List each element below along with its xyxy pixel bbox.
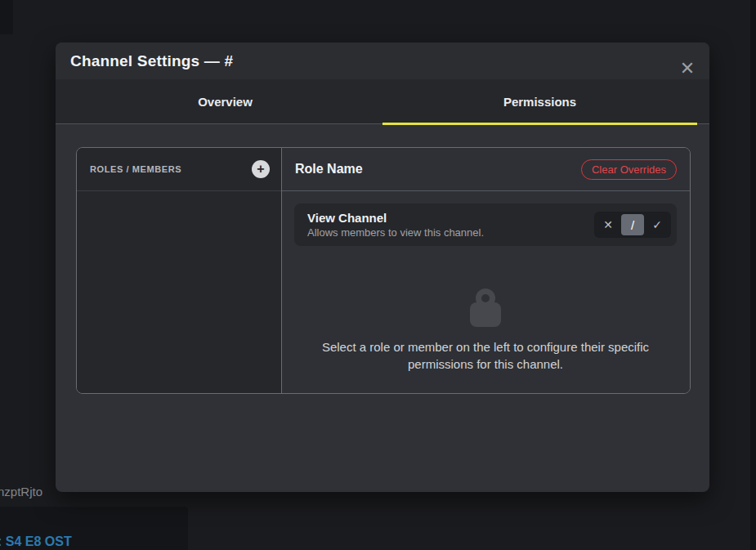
permissions-panels-container: ROLES / MEMBERS + Role Name Clear Overri…: [76, 147, 691, 394]
modal-title: Channel Settings — #: [70, 52, 233, 70]
roles-members-label: ROLES / MEMBERS: [90, 164, 181, 174]
roles-members-panel: ROLES / MEMBERS +: [77, 148, 282, 393]
role-permissions-panel: Role Name Clear Overrides View Channel A…: [282, 148, 690, 393]
tab-bar: Overview Permissions: [56, 79, 709, 124]
permission-name: View Channel: [307, 211, 484, 225]
permission-row-view-channel: View Channel Allows members to view this…: [294, 203, 677, 246]
lock-icon: [470, 288, 501, 327]
tab-permissions[interactable]: Permissions: [382, 79, 697, 123]
permission-toggle-group: ✕ / ✓: [594, 212, 671, 238]
add-role-member-button[interactable]: +: [252, 160, 270, 178]
background-artifact-right-strip: [750, 0, 756, 550]
role-panel-content: View Channel Allows members to view this…: [282, 191, 690, 373]
empty-state-text: Select a role or member on the left to c…: [301, 338, 670, 373]
allow-check-icon[interactable]: ✓: [646, 214, 669, 235]
role-name-title: Role Name: [295, 162, 363, 177]
channel-settings-modal: Channel Settings — # ✕ Overview Permissi…: [56, 42, 709, 492]
tab-overview[interactable]: Overview: [68, 79, 382, 123]
empty-state: Select a role or member on the left to c…: [294, 288, 677, 373]
background-artifact-topleft: [0, 0, 13, 34]
close-icon[interactable]: ✕: [677, 58, 698, 79]
modal-header: Channel Settings — #: [56, 42, 709, 79]
role-panel-header: Role Name Clear Overrides: [282, 148, 690, 191]
roles-members-header: ROLES / MEMBERS +: [77, 148, 281, 191]
permission-text-block: View Channel Allows members to view this…: [307, 211, 484, 239]
app-background: nzptRjto : S4 E8 OST Channel Settings — …: [0, 0, 756, 550]
modal-body: ROLES / MEMBERS + Role Name Clear Overri…: [56, 124, 709, 394]
deny-x-icon[interactable]: ✕: [597, 214, 620, 235]
permission-description: Allows members to view this channel.: [307, 226, 484, 239]
background-link-fragment[interactable]: : S4 E8 OST: [0, 534, 72, 549]
neutral-slash-icon[interactable]: /: [621, 214, 644, 235]
background-username-fragment: nzptRjto: [0, 485, 42, 499]
clear-overrides-button[interactable]: Clear Overrides: [581, 159, 677, 180]
